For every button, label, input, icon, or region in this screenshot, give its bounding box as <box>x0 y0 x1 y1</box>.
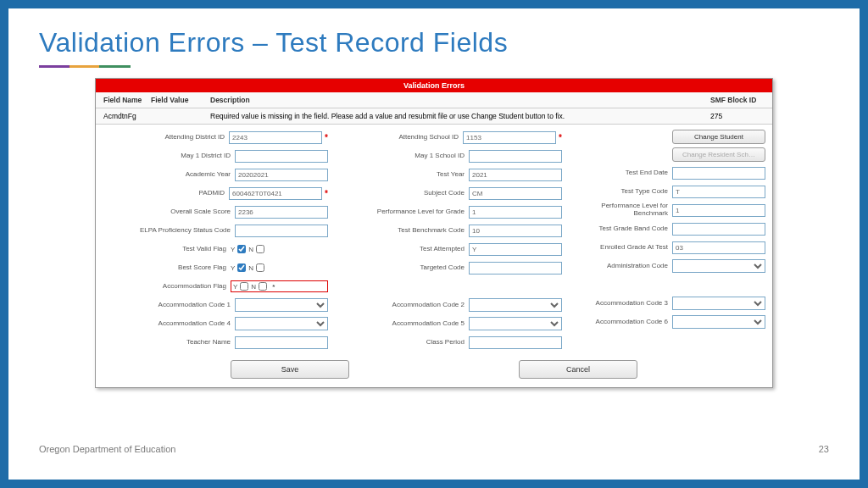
input-academic-year[interactable] <box>235 169 328 181</box>
error-row: AcmdtnFg Required value is missing in th… <box>96 108 772 125</box>
input-may1-school[interactable] <box>469 150 562 163</box>
label-padmid: PADMID <box>103 190 229 197</box>
n-label: N <box>251 283 256 291</box>
select-accom-code-6[interactable] <box>672 315 765 329</box>
label-test-valid: Test Valid Flag <box>103 246 231 253</box>
select-accom-code-2[interactable] <box>469 298 562 312</box>
input-benchmark-code[interactable] <box>469 225 562 237</box>
input-test-type-code[interactable] <box>672 186 765 198</box>
label-attending-district: Attending District ID <box>103 134 229 141</box>
label-enrolled-grade: Enrolled Grade At Test <box>570 244 672 252</box>
label-perf-grade: Performance Level for Grade <box>337 208 469 216</box>
checkbox-accom-y[interactable] <box>240 282 248 291</box>
input-grade-band[interactable] <box>672 223 765 236</box>
label-best-score: Best Score Flag <box>103 264 231 272</box>
input-perf-grade[interactable] <box>469 206 562 219</box>
label-accom-code-6: Accommodation Code 6 <box>570 319 672 326</box>
cancel-button[interactable]: Cancel <box>519 360 637 379</box>
input-attending-school[interactable] <box>463 131 556 144</box>
col-field-name: Field Name <box>101 96 148 104</box>
input-elpa-status[interactable] <box>235 225 328 237</box>
label-accom-code-3: Accommodation Code 3 <box>570 300 672 308</box>
input-perf-benchmark[interactable] <box>672 204 765 217</box>
col-description: Description <box>208 96 708 104</box>
input-class-period[interactable] <box>469 336 562 349</box>
page-title: Validation Errors – Test Record Fields <box>39 27 829 58</box>
label-overall-scale: Overall Scale Score <box>103 208 235 216</box>
label-attending-school: Attending School ID <box>337 134 463 141</box>
label-may1-school: May 1 School ID <box>337 152 469 160</box>
error-header-row: Field Name Field Value Description SMF B… <box>96 92 772 108</box>
form-col-2: Attending School ID* May 1 School ID Tes… <box>337 130 562 353</box>
label-admin-code: Administration Code <box>570 263 672 270</box>
input-test-attempted[interactable] <box>469 243 562 256</box>
checkbox-best-score-y[interactable] <box>237 263 246 272</box>
label-targeted-code: Targeted Code <box>337 264 469 272</box>
label-accom-code-2: Accommodation Code 2 <box>337 302 469 309</box>
required-icon: * <box>325 133 328 142</box>
error-block-id: 275 <box>708 112 767 120</box>
label-test-end-date: Test End Date <box>570 169 672 177</box>
label-accom-code-1: Accommodation Code 1 <box>103 302 235 309</box>
input-overall-scale[interactable] <box>235 206 328 219</box>
label-grade-band: Test Grade Band Code <box>570 225 672 233</box>
checkbox-accom-n[interactable] <box>259 282 267 291</box>
change-student-button[interactable]: Change Student <box>672 130 765 144</box>
select-accom-code-5[interactable] <box>469 317 562 330</box>
error-field-name: AcmdtnFg <box>101 112 148 120</box>
checkbox-test-valid-n[interactable] <box>256 245 264 253</box>
select-accom-code-1[interactable] <box>235 298 328 312</box>
col-block-id: SMF Block ID <box>708 96 767 104</box>
n-label: N <box>248 246 253 253</box>
select-accom-code-3[interactable] <box>672 297 765 310</box>
form-col-1: Attending District ID* May 1 District ID… <box>103 130 328 353</box>
input-padmid[interactable] <box>229 187 322 200</box>
label-test-attempted: Test Attempted <box>337 246 469 253</box>
footer-org: Oregon Department of Education <box>39 444 175 454</box>
label-accom-code-4: Accommodation Code 4 <box>103 320 235 328</box>
input-attending-district[interactable] <box>229 131 322 144</box>
required-icon: * <box>272 283 275 291</box>
label-elpa-status: ELPA Proficiency Status Code <box>103 227 235 235</box>
label-accom-flag: Accommodation Flag <box>103 283 231 291</box>
select-admin-code[interactable] <box>672 259 765 273</box>
label-class-period: Class Period <box>337 339 469 347</box>
error-field-value <box>148 112 208 120</box>
label-teacher-name: Teacher Name <box>103 339 235 347</box>
col-field-value: Field Value <box>148 96 208 104</box>
label-test-year: Test Year <box>337 171 469 179</box>
panel-title: Validation Errors <box>96 79 772 92</box>
label-benchmark-code: Test Benchmark Code <box>337 227 469 235</box>
validation-panel: Validation Errors Field Name Field Value… <box>95 78 773 388</box>
label-academic-year: Academic Year <box>103 171 235 179</box>
save-button[interactable]: Save <box>231 360 349 379</box>
y-label: Y <box>231 264 235 272</box>
y-label: Y <box>231 246 235 253</box>
input-subject-code[interactable] <box>469 187 562 200</box>
checkbox-best-score-n[interactable] <box>256 263 264 272</box>
input-enrolled-grade[interactable] <box>672 241 765 254</box>
label-may1-district: May 1 District ID <box>103 152 235 160</box>
page-number: 23 <box>819 444 829 454</box>
title-underline <box>39 65 131 68</box>
input-targeted-code[interactable] <box>469 262 562 274</box>
input-may1-district[interactable] <box>235 150 328 163</box>
select-accom-code-4[interactable] <box>235 317 328 330</box>
change-resident-button[interactable]: Change Resident Sch… <box>672 147 765 162</box>
required-icon: * <box>325 189 328 198</box>
label-subject-code: Subject Code <box>337 190 469 197</box>
n-label: N <box>248 264 253 272</box>
form-col-3: Change Student Change Resident Sch… Test… <box>570 130 765 353</box>
input-test-year[interactable] <box>469 169 562 181</box>
input-teacher-name[interactable] <box>235 336 328 349</box>
label-test-type-code: Test Type Code <box>570 188 672 196</box>
input-test-end-date[interactable] <box>672 167 765 180</box>
label-accom-code-5: Accommodation Code 5 <box>337 320 469 328</box>
error-description: Required value is missing in the field. … <box>208 112 708 120</box>
y-label: Y <box>233 283 237 291</box>
required-icon: * <box>559 133 562 142</box>
label-perf-benchmark: Performance Level for Benchmark <box>570 202 672 218</box>
checkbox-test-valid-y[interactable] <box>237 245 246 253</box>
